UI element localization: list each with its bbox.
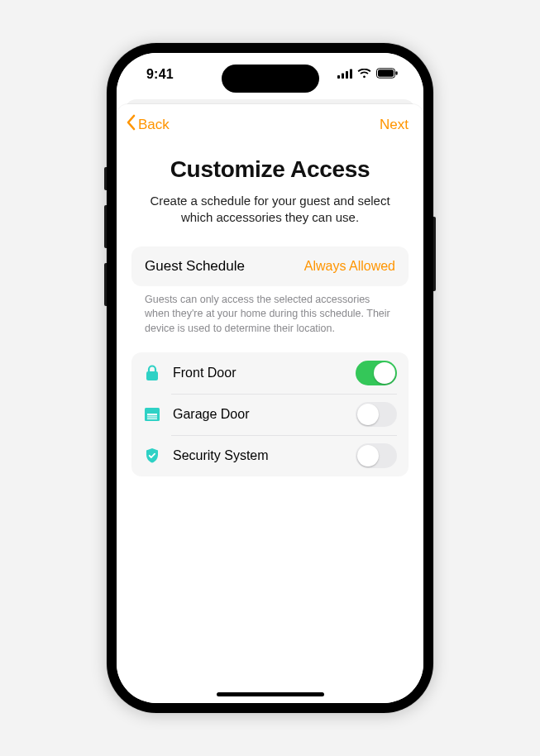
schedule-value: Always Allowed — [304, 259, 395, 274]
svg-rect-7 — [146, 371, 158, 380]
nav-bar: Back Next — [117, 104, 423, 140]
garage-icon — [141, 407, 163, 422]
toggle-security-system[interactable] — [356, 443, 397, 468]
next-label: Next — [380, 117, 409, 133]
status-indicators — [337, 67, 399, 82]
lock-icon — [141, 365, 163, 381]
wifi-icon — [357, 67, 371, 82]
toggle-garage-door[interactable] — [356, 402, 397, 427]
screen: 9:41 — [117, 53, 423, 703]
svg-rect-5 — [378, 69, 394, 76]
battery-icon — [376, 67, 399, 82]
back-label: Back — [138, 117, 170, 133]
home-indicator[interactable] — [217, 692, 324, 696]
svg-rect-1 — [342, 74, 344, 79]
toggle-front-door[interactable] — [356, 361, 397, 385]
shield-icon — [141, 447, 163, 464]
schedule-caption: Guests can only access the selected acce… — [131, 286, 409, 337]
chevron-left-icon — [125, 114, 138, 135]
accessory-label: Garage Door — [173, 407, 356, 422]
accessory-label: Security System — [173, 448, 356, 463]
next-button[interactable]: Next — [380, 117, 409, 133]
svg-rect-3 — [350, 69, 352, 79]
phone-frame: 9:41 — [107, 43, 433, 713]
svg-rect-11 — [147, 418, 157, 419]
svg-rect-10 — [147, 415, 157, 416]
svg-rect-2 — [346, 71, 348, 79]
page-subtitle: Create a schedule for your guest and sel… — [138, 193, 402, 227]
schedule-card: Guest Schedule Always Allowed — [131, 246, 409, 286]
svg-rect-0 — [337, 75, 340, 79]
accessory-list: Front Door Garage Door — [131, 352, 409, 476]
phone-power-button — [433, 217, 436, 291]
cellular-icon — [337, 67, 352, 82]
svg-rect-6 — [396, 71, 398, 74]
schedule-label: Guest Schedule — [145, 258, 245, 275]
back-button[interactable]: Back — [125, 114, 170, 135]
phone-side-buttons — [104, 167, 107, 321]
status-time: 9:41 — [146, 67, 174, 82]
page-title: Customize Access — [131, 156, 409, 183]
guest-schedule-row[interactable]: Guest Schedule Always Allowed — [131, 246, 409, 286]
accessory-row-security-system: Security System — [131, 435, 409, 476]
accessory-row-front-door: Front Door — [131, 352, 409, 394]
accessory-row-garage-door: Garage Door — [131, 394, 409, 435]
modal-sheet: Back Next Customize Access Create a sche… — [117, 104, 423, 703]
accessory-label: Front Door — [173, 366, 356, 380]
svg-rect-9 — [147, 414, 157, 419]
dynamic-island — [222, 65, 319, 93]
content: Customize Access Create a schedule for y… — [117, 140, 423, 476]
